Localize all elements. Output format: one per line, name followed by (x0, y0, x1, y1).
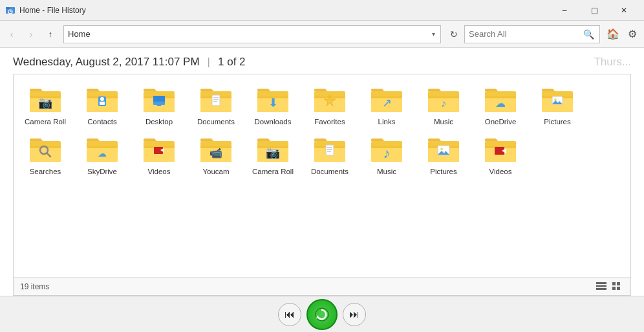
file-label: Videos (148, 167, 171, 177)
file-label: Searches (30, 167, 61, 177)
svg-text:📹: 📹 (209, 147, 222, 159)
file-item[interactable]: Desktop (131, 81, 188, 131)
home-button[interactable]: 🏠 (604, 25, 622, 43)
file-label: Desktop (145, 117, 173, 127)
folder-icon (199, 85, 233, 115)
file-item[interactable]: 📷 Camera Roll (17, 81, 74, 131)
maximize-button[interactable]: ▢ (579, 0, 609, 21)
refresh-button[interactable]: ↻ (445, 25, 463, 43)
address-dropdown-button[interactable]: ▾ (431, 30, 436, 38)
toolbar: ‹ › ↑ ▾ ↻ 🔍 🏠 ⚙ (0, 21, 644, 48)
settings-button[interactable]: ⚙ (623, 25, 641, 43)
file-item[interactable]: Pictures (415, 131, 472, 181)
date-counter: 1 of 2 (218, 56, 246, 69)
file-label: Contacts (87, 117, 116, 127)
folder-icon (28, 135, 62, 164)
file-label: SkyDrive (87, 167, 117, 177)
file-label: Pictures (430, 167, 457, 177)
back-button[interactable]: ‹ (3, 25, 21, 43)
file-item[interactable]: 📷 Camera Roll (244, 131, 301, 181)
file-item[interactable]: ♪ Music (415, 81, 472, 131)
toolbar-right-buttons: 🏠 ⚙ (604, 25, 641, 43)
close-button[interactable]: ✕ (609, 0, 639, 21)
file-item[interactable]: ☁ SkyDrive (74, 131, 131, 181)
svg-text:↗: ↗ (382, 96, 392, 109)
svg-rect-101 (612, 282, 616, 285)
file-label: Music (377, 167, 396, 177)
previous-button[interactable]: ⏮ (278, 303, 301, 326)
file-item[interactable]: Documents (301, 131, 358, 181)
search-button[interactable]: 🔍 (582, 29, 596, 39)
svg-rect-55 (30, 148, 61, 162)
file-label: Documents (311, 167, 349, 177)
file-item[interactable]: Videos (472, 131, 529, 181)
svg-text:☁: ☁ (495, 98, 506, 109)
folder-icon (313, 135, 347, 164)
file-label: Links (378, 117, 396, 127)
file-label: OneDrive (485, 117, 517, 127)
svg-rect-20 (157, 105, 161, 106)
file-label: Downloads (255, 117, 292, 127)
folder-icon (142, 135, 176, 164)
file-label: Camera Roll (25, 117, 66, 127)
svg-text:☁: ☁ (98, 148, 107, 159)
folder-icon (85, 85, 119, 115)
svg-rect-100 (596, 288, 606, 290)
folder-icon (484, 135, 517, 164)
svg-rect-19 (153, 96, 165, 102)
file-item[interactable]: Contacts (74, 81, 131, 131)
svg-text:♪: ♪ (383, 145, 391, 161)
restore-button[interactable] (306, 299, 338, 330)
next-date-label: Thurs... (594, 56, 631, 69)
date-header: Wednesday, August 2, 2017 11:07 PM | 1 o… (0, 48, 644, 74)
folder-icon: ⬇ (256, 85, 290, 115)
svg-text:♪: ♪ (441, 98, 446, 109)
item-count: 19 items (20, 282, 49, 291)
file-item[interactable]: Pictures (529, 81, 586, 131)
file-label: Youcam (202, 167, 229, 177)
file-item[interactable]: ↗ Links (358, 81, 415, 131)
svg-rect-24 (212, 95, 220, 105)
svg-point-13 (100, 97, 104, 101)
next-button[interactable]: ⏭ (343, 303, 366, 326)
file-item[interactable]: ♪ Music (358, 131, 415, 181)
svg-rect-102 (617, 282, 620, 285)
folder-icon: ☁ (484, 85, 517, 115)
file-item[interactable]: Favorites (301, 81, 358, 131)
svg-rect-103 (612, 287, 616, 290)
file-item[interactable]: Videos (131, 131, 188, 181)
svg-rect-79 (326, 145, 334, 155)
file-label: Videos (489, 167, 512, 177)
date-text: Wednesday, August 2, 2017 11:07 PM (13, 56, 200, 69)
file-item[interactable]: 📹 Youcam (188, 131, 244, 181)
file-grid-container: 📷 Camera Roll Contacts Desktop Documents (13, 74, 631, 296)
window-title: Home - File History (19, 6, 550, 15)
forward-button[interactable]: › (22, 25, 40, 43)
svg-text:📷: 📷 (266, 146, 281, 160)
file-item[interactable]: Searches (17, 131, 74, 181)
svg-rect-98 (596, 282, 606, 284)
file-item[interactable]: Documents (188, 81, 244, 131)
minimize-button[interactable]: – (550, 0, 579, 21)
svg-text:📷: 📷 (38, 96, 53, 110)
view-buttons (594, 280, 624, 294)
folder-icon: ♪ (370, 135, 403, 164)
up-button[interactable]: ↑ (41, 25, 59, 43)
folder-icon: ♪ (427, 85, 460, 115)
svg-rect-104 (617, 287, 620, 290)
folder-icon (427, 135, 460, 164)
folder-icon: ☁ (85, 135, 119, 164)
search-input[interactable] (469, 29, 582, 39)
window-controls: – ▢ ✕ (550, 0, 639, 21)
folder-icon (541, 85, 574, 115)
large-icons-view-button[interactable] (610, 280, 624, 294)
file-item[interactable]: ☁ OneDrive (472, 81, 529, 131)
details-view-button[interactable] (594, 280, 608, 294)
folder-icon (142, 85, 176, 115)
title-bar: Home - File History – ▢ ✕ (0, 0, 644, 21)
folder-icon (313, 85, 347, 115)
file-item[interactable]: ⬇ Downloads (244, 81, 301, 131)
folder-icon: 📷 (28, 85, 62, 115)
file-label: Favorites (314, 117, 345, 127)
address-input[interactable] (68, 29, 431, 39)
